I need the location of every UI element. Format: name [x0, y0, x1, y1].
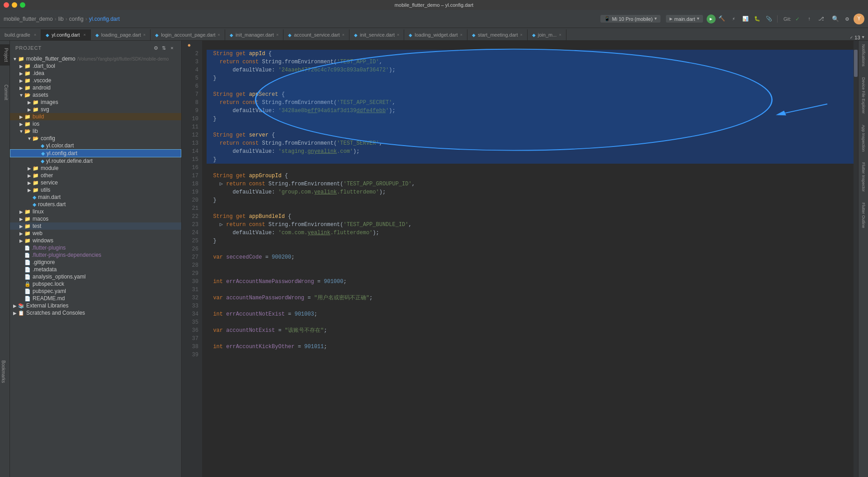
search-everywhere-icon[interactable]: 🔍 [830, 14, 841, 24]
device-selector[interactable]: 📱 Mi 10 Pro (mobile) ▼ [600, 15, 660, 23]
tab-start-meeting[interactable]: ◆ start_meeting.dart × [467, 29, 528, 40]
start-meeting-close-icon[interactable]: × [520, 33, 523, 37]
sidebar-item-svg[interactable]: ▶ 📁 svg [10, 106, 181, 113]
loading-page-close-icon[interactable]: × [143, 33, 146, 37]
git-branches-icon[interactable]: ⎇ [816, 14, 826, 24]
close-button[interactable] [4, 2, 9, 8]
right-tab-flutter-inspector[interactable]: Flutter Inspector [860, 159, 867, 195]
project-sort-icon[interactable]: ⇅ [160, 44, 168, 52]
settings-icon[interactable]: ⚙ [842, 14, 853, 24]
code-content[interactable]: String get appId { return const String.f… [202, 41, 854, 477]
sidebar-item-macos[interactable]: ▶ 📁 macos [10, 215, 181, 222]
git-check-icon[interactable]: ✓ [792, 14, 803, 24]
build-button[interactable]: 🔨 [717, 14, 726, 24]
sidebar-item-config[interactable]: ▼ 📂 config [10, 135, 181, 142]
coverage-icon[interactable]: ⚡ [728, 14, 739, 24]
sidebar-item-readme[interactable]: ▶ 📄 README.md [10, 295, 181, 302]
sidebar-item-metadata[interactable]: ▶ 📄 .metadata [10, 266, 181, 273]
sidebar-item-ios[interactable]: ▶ 📁 ios [10, 120, 181, 128]
project-tab[interactable]: Project [0, 44, 9, 66]
run-button[interactable]: ▶ [707, 14, 716, 24]
ios-label: ios [33, 121, 39, 127]
join-m-close-icon[interactable]: × [559, 33, 561, 37]
profiler-icon[interactable]: 📊 [740, 14, 751, 24]
commit-tab[interactable]: Commit [0, 81, 9, 104]
account-service-close-icon[interactable]: × [342, 33, 344, 37]
sidebar-item-images[interactable]: ▶ 📁 images [10, 99, 181, 106]
init-service-close-icon[interactable]: × [397, 33, 399, 37]
external-libraries-label: External Libraries [26, 302, 68, 309]
sidebar-item-module[interactable]: ▶ 📁 module [10, 165, 181, 172]
sidebar-item-gitignore[interactable]: ▶ 📄 .gitignore [10, 259, 181, 266]
tab-init-service[interactable]: ◆ init_service.dart × [349, 29, 404, 40]
sidebar-item-build[interactable]: ▶ 📁 build [10, 113, 181, 120]
check-mark-icon: ✓ [850, 35, 853, 40]
code-line-16 [207, 164, 854, 172]
sidebar-item-dart-tool[interactable]: ▶ 📁 .dart_tool [10, 62, 181, 70]
sidebar-item-scratches[interactable]: ▶ 📋 Scratches and Consoles [10, 309, 181, 316]
sidebar-item-windows[interactable]: ▶ 📁 windows [10, 237, 181, 244]
sidebar-item-utils[interactable]: ▶ 📁 utils [10, 186, 181, 194]
right-tab-app-inspection[interactable]: App Inspection [860, 121, 867, 156]
sidebar-item-pubspec-yaml[interactable]: ▶ 📄 pubspec.yaml [10, 288, 181, 295]
code-line-11 [207, 123, 854, 131]
tab-account-service[interactable]: ◆ account_service.dart × [283, 29, 349, 40]
tab-yl-config[interactable]: ◆ yl.config.dart × [41, 29, 91, 40]
tab-loading-widget[interactable]: ◆ loading_widget.dart × [404, 29, 467, 40]
code-editor[interactable]: ● 2 3 4 5 6 7 8 9 10 11 12 13 14 15 16 1… [182, 41, 858, 477]
sidebar-item-yl-config[interactable]: ▶ ◆ yl.config.dart [10, 149, 181, 157]
minimize-button[interactable] [12, 2, 17, 8]
flutter-plugins-label: .flutter-plugins [32, 245, 66, 251]
debug-icon[interactable]: 🐛 [752, 14, 763, 24]
sidebar-item-android[interactable]: ▶ 📁 android [10, 84, 181, 91]
code-line-22: String get appBundleId { [207, 213, 854, 221]
sidebar-item-service[interactable]: ▶ 📁 service [10, 179, 181, 186]
git-update-icon[interactable]: ↑ [804, 14, 815, 24]
sidebar-item-other[interactable]: ▶ 📁 other [10, 172, 181, 179]
sidebar-item-yl-router[interactable]: ▶ ◆ yl.router.define.dart [10, 157, 181, 165]
config-arrow-icon: ▼ [26, 136, 33, 141]
sidebar-item-idea[interactable]: ▶ 📁 .idea [10, 70, 181, 77]
sidebar-item-lib[interactable]: ▼ 📂 lib [10, 128, 181, 135]
sidebar-item-pubspec-lock[interactable]: ▶ 🔒 pubspec.lock [10, 280, 181, 288]
user-avatar[interactable]: Y [854, 14, 864, 24]
tab-build-gradle[interactable]: build.gradle × [0, 29, 41, 40]
sidebar-item-flutter-plugins[interactable]: ▶ 📄 .flutter-plugins [10, 244, 181, 251]
run-config-selector[interactable]: ▶ main.dart ▼ [666, 15, 703, 23]
left-panel-tabs: Project Commit [0, 41, 10, 477]
sidebar-item-linux[interactable]: ▶ 📁 linux [10, 208, 181, 215]
assets-folder-icon: 📂 [24, 92, 31, 98]
code-line-33 [207, 302, 854, 310]
init-manager-close-icon[interactable]: × [276, 33, 278, 37]
login-page-close-icon[interactable]: × [218, 33, 220, 37]
sidebar-item-main-dart[interactable]: ▶ ◆ main.dart [10, 194, 181, 201]
sidebar-item-external-libraries[interactable]: ▶ 📚 External Libraries [10, 302, 181, 309]
right-tab-device-file-explorer[interactable]: Device File Explorer [860, 74, 867, 118]
sidebar-item-test[interactable]: ▶ 📁 test [10, 222, 181, 230]
tab-login-account-page[interactable]: ◆ login_account_page.dart × [151, 29, 225, 40]
scrollbar-minimap[interactable] [854, 41, 858, 477]
sidebar-item-yl-color[interactable]: ▶ ◆ yl.color.dart [10, 142, 181, 149]
maximize-button[interactable] [20, 2, 25, 8]
project-gear-icon[interactable]: ⚙ [152, 44, 160, 52]
dart-file-icon-6: ◆ [354, 33, 358, 38]
sidebar-item-routers-dart[interactable]: ▶ ◆ routers.dart [10, 201, 181, 208]
tab-join-m[interactable]: ◆ join_m... × [528, 29, 566, 40]
attach-icon[interactable]: 📎 [764, 14, 774, 24]
sidebar-item-analysis-options[interactable]: ▶ 📄 analysis_options.yaml [10, 273, 181, 280]
sidebar-item-vscode[interactable]: ▶ 📁 .vscode [10, 77, 181, 84]
right-tab-flutter-outline[interactable]: Flutter Outline [860, 199, 867, 232]
project-close-icon[interactable]: × [169, 44, 176, 52]
tab-loading-page[interactable]: ◆ loading_page.dart × [91, 29, 151, 40]
sidebar-item-web[interactable]: ▶ 📁 web [10, 230, 181, 237]
tree-root[interactable]: ▼ 📁 mobile_flutter_demo /Volumes/Yangbp/… [10, 55, 181, 62]
right-tab-notifications[interactable]: Notifications [860, 41, 867, 70]
loading-widget-close-icon[interactable]: × [460, 33, 462, 37]
build-gradle-close-icon[interactable]: × [34, 33, 36, 37]
tab-init-manager[interactable]: ◆ init_manager.dart × [225, 29, 283, 40]
code-line-32: var accountNamePasswordWrong = "用户名或密码不正… [207, 294, 854, 302]
account-service-label: account_service.dart [294, 32, 340, 38]
sidebar-item-flutter-plugins-dep[interactable]: ▶ 📄 .flutter-plugins-dependencies [10, 251, 181, 259]
yl-config-close-icon[interactable]: × [84, 33, 86, 37]
sidebar-item-assets[interactable]: ▼ 📂 assets [10, 91, 181, 99]
